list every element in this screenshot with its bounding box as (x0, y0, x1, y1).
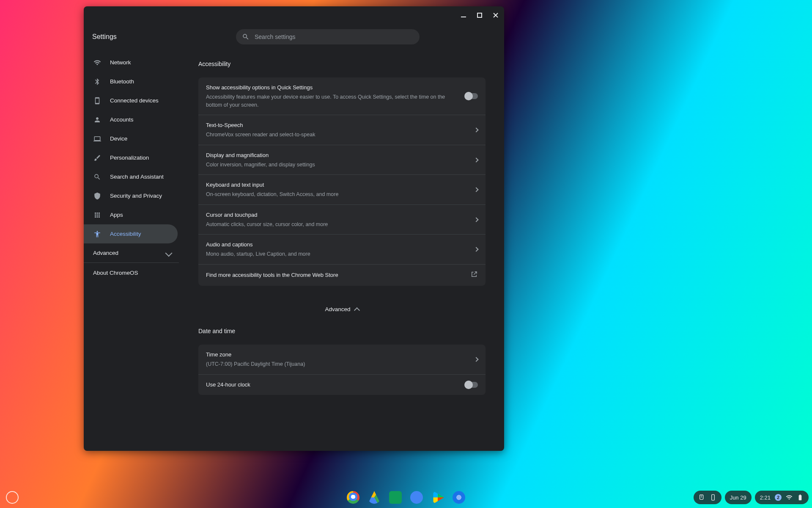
svg-rect-1 (477, 13, 482, 17)
sidebar-item-about[interactable]: About ChromeOS (84, 263, 179, 282)
window-body: Network Bluetooth Connected devices Acco… (84, 50, 504, 451)
row-title: Show accessibility options in Quick Sett… (206, 83, 457, 92)
tray-icons-pill[interactable] (694, 491, 721, 504)
shelf-time: 2:21 (760, 494, 771, 501)
launcher-button[interactable] (6, 491, 19, 504)
row-title: Find more accessibility tools in the Chr… (206, 271, 462, 280)
row-keyboard-text-input[interactable]: Keyboard and text input On-screen keyboa… (198, 175, 486, 205)
play-store-app-icon[interactable] (431, 491, 444, 504)
row-chrome-web-store[interactable]: Find more accessibility tools in the Chr… (198, 265, 486, 286)
row-desc: Accessibility features make your device … (206, 93, 457, 109)
phone-icon (710, 494, 716, 501)
window-close-button[interactable] (490, 9, 502, 21)
row-desc: On-screen keyboard, dictation, Switch Ac… (206, 190, 466, 199)
sidebar-advanced-toggle[interactable]: Advanced (84, 243, 179, 263)
svg-rect-5 (711, 494, 714, 500)
sidebar-item-accessibility[interactable]: Accessibility (84, 224, 178, 243)
chevron-right-icon (474, 217, 478, 222)
wifi-status-icon (786, 494, 793, 501)
chrome-app-icon[interactable] (347, 491, 359, 504)
row-text-to-speech[interactable]: Text-to-Speech ChromeVox screen reader a… (198, 115, 486, 145)
toggle-24-hour[interactable] (465, 382, 478, 388)
sidebar-item-label: Security and Privacy (110, 193, 162, 199)
system-tray: Jun 29 2:21 2 (694, 491, 809, 504)
row-title: Display and magnification (206, 151, 466, 160)
search-icon (93, 173, 102, 181)
row-cursor-touchpad[interactable]: Cursor and touchpad Automatic clicks, cu… (198, 205, 486, 235)
chevron-up-icon (354, 307, 359, 313)
notes-icon (699, 494, 705, 501)
row-title: Keyboard and text input (206, 181, 466, 190)
sidebar: Network Bluetooth Connected devices Acco… (84, 50, 179, 451)
sidebar-item-bluetooth[interactable]: Bluetooth (84, 72, 179, 91)
sidebar-item-device[interactable]: Device (84, 129, 179, 148)
battery-status-icon (797, 494, 804, 501)
shelf: Jun 29 2:21 2 (0, 487, 812, 508)
sidebar-item-apps[interactable]: Apps (84, 205, 179, 224)
row-desc: Mono audio, startup, Live Caption, and m… (206, 250, 466, 258)
chevron-right-icon (474, 247, 478, 252)
advanced-label: Advanced (325, 306, 350, 312)
sidebar-item-label: Device (110, 135, 127, 142)
section-title-accessibility: Accessibility (198, 61, 486, 67)
close-icon (492, 12, 499, 19)
row-desc: Automatic clicks, cursor size, cursor co… (206, 221, 466, 229)
settings-window: Settings Network Bluetooth Connected dev… (84, 6, 504, 451)
search-container[interactable] (236, 29, 420, 44)
brush-icon (93, 154, 102, 162)
shelf-apps (347, 491, 465, 504)
sidebar-item-label: Accounts (110, 116, 134, 123)
advanced-separator[interactable]: Advanced (198, 306, 486, 312)
devices-icon (93, 97, 102, 105)
row-title: Use 24-hour clock (206, 381, 457, 389)
settings-app-icon[interactable] (453, 491, 465, 504)
maximize-icon (476, 12, 483, 19)
sidebar-item-personalization[interactable]: Personalization (84, 148, 179, 167)
drive-app-icon[interactable] (368, 491, 381, 504)
person-icon (93, 116, 102, 124)
row-desc: (UTC-7:00) Pacific Daylight Time (Tijuan… (206, 360, 466, 368)
status-pill[interactable]: 2:21 2 (755, 491, 809, 504)
row-desc: Color inversion, magnifier, and display … (206, 161, 466, 169)
row-time-zone[interactable]: Time zone (UTC-7:00) Pacific Daylight Ti… (198, 345, 486, 375)
sidebar-item-label: Apps (110, 212, 123, 218)
wifi-icon (93, 59, 102, 66)
sidebar-advanced-label: Advanced (93, 250, 118, 256)
search-input[interactable] (255, 33, 414, 40)
row-title: Time zone (206, 351, 466, 359)
chevron-down-icon (165, 249, 173, 257)
window-minimize-button[interactable] (458, 9, 469, 21)
row-desc: ChromeVox screen reader and select-to-sp… (206, 131, 466, 139)
accessibility-card: Show accessibility options in Quick Sett… (198, 77, 486, 286)
shield-icon (93, 192, 102, 200)
files-app-icon[interactable] (410, 491, 423, 504)
toggle-quick-settings[interactable] (465, 93, 478, 99)
notification-badge: 2 (775, 494, 782, 501)
search-icon (242, 33, 250, 41)
sidebar-item-label: Personalization (110, 155, 149, 161)
row-show-quick-settings[interactable]: Show accessibility options in Quick Sett… (198, 77, 486, 115)
window-titlebar (84, 6, 504, 24)
sidebar-item-security-privacy[interactable]: Security and Privacy (84, 186, 179, 205)
sidebar-item-connected-devices[interactable]: Connected devices (84, 91, 179, 110)
sidebar-item-network[interactable]: Network (84, 53, 179, 72)
row-title: Audio and captions (206, 240, 466, 249)
header-bar: Settings (84, 24, 504, 50)
row-24-hour-clock[interactable]: Use 24-hour clock (198, 375, 486, 395)
bluetooth-icon (93, 78, 102, 86)
row-audio-captions[interactable]: Audio and captions Mono audio, startup, … (198, 235, 486, 265)
chevron-right-icon (474, 357, 478, 362)
date-pill[interactable]: Jun 29 (725, 491, 752, 504)
sidebar-item-label: Connected devices (110, 97, 159, 104)
row-title: Cursor and touchpad (206, 211, 466, 220)
window-maximize-button[interactable] (474, 9, 486, 21)
sidebar-item-label: Network (110, 59, 131, 66)
chevron-right-icon (474, 157, 478, 162)
sidebar-item-accounts[interactable]: Accounts (84, 110, 179, 129)
sheets-app-icon[interactable] (389, 491, 402, 504)
chevron-right-icon (474, 187, 478, 192)
sidebar-item-search-assistant[interactable]: Search and Assistant (84, 167, 179, 186)
external-link-icon (470, 271, 478, 280)
row-display-magnification[interactable]: Display and magnification Color inversio… (198, 145, 486, 175)
accessibility-icon (93, 230, 102, 238)
